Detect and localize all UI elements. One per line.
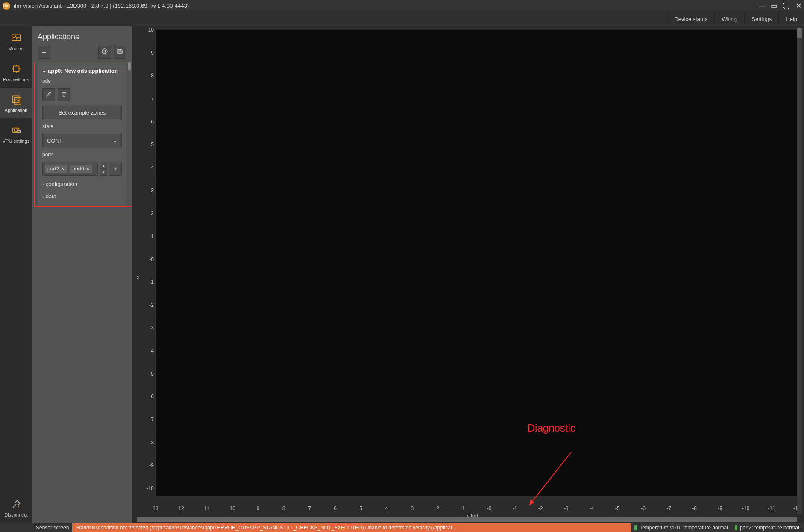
- x-tick: -4: [590, 506, 594, 511]
- remove-port6[interactable]: ✕: [86, 166, 90, 172]
- svg-rect-1: [13, 66, 19, 71]
- nav-port-settings[interactable]: Port settings: [0, 57, 32, 88]
- y-tick: 1: [142, 233, 154, 239]
- x-tick: 10: [230, 506, 235, 511]
- port-settings-icon: [11, 63, 22, 75]
- nav-disconnect[interactable]: Disconnect: [0, 493, 32, 523]
- menu-settings[interactable]: Settings: [744, 12, 778, 26]
- y-tick: -1: [142, 279, 154, 285]
- menu-device-status[interactable]: Device status: [667, 12, 714, 26]
- x-tick: 8: [282, 506, 285, 511]
- x-tick: -5: [615, 506, 620, 511]
- y-tick: -0: [142, 256, 154, 262]
- chevron-right-icon: ›: [42, 194, 44, 199]
- titlebar: ifm ifm Vision Assistant - E3D300 - 2.8.…: [0, 0, 804, 12]
- x-tick: -0: [487, 506, 492, 511]
- plot-canvas[interactable]: [156, 30, 797, 496]
- status-temp-vpu: Temperature VPU: temperature normal: [631, 523, 731, 532]
- x-tick: 9: [257, 506, 260, 511]
- save-button[interactable]: [114, 46, 126, 59]
- state-value: CONF: [47, 138, 63, 144]
- svg-point-7: [102, 49, 107, 54]
- ports-spin-up[interactable]: ▲: [100, 162, 107, 169]
- y-tick: 6: [142, 119, 154, 125]
- status-temp-port2: port2: temperature normal.: [731, 523, 804, 532]
- y-tick: -7: [142, 417, 154, 423]
- status-sensor-screen[interactable]: Sensor screen: [32, 523, 72, 532]
- minimize-button[interactable]: —: [758, 2, 765, 10]
- save-icon: [117, 48, 123, 56]
- nav-monitor[interactable]: Monitor: [0, 26, 32, 57]
- pause-button[interactable]: [98, 46, 111, 59]
- x-tick: 4: [385, 506, 388, 511]
- add-port-button[interactable]: ＋: [109, 162, 122, 176]
- svg-rect-2: [12, 96, 19, 102]
- y-tick: -9: [142, 462, 154, 468]
- x-tick: -1: [513, 506, 517, 511]
- y-tick: -3: [142, 325, 154, 331]
- svg-point-5: [14, 129, 17, 132]
- x-tick: 2: [437, 506, 440, 511]
- x-tick: -9: [718, 506, 722, 511]
- x-tick: 1: [462, 506, 465, 511]
- svg-rect-8: [119, 49, 121, 50]
- x-tick: 6: [334, 506, 337, 511]
- application-icon: [11, 94, 22, 106]
- plus-icon: ＋: [41, 48, 47, 57]
- status-bar: Sensor screen Standstill condition not d…: [0, 523, 804, 532]
- ports-spin-down[interactable]: ▼: [100, 169, 107, 176]
- app0-type-label: ods: [42, 78, 122, 84]
- state-select[interactable]: CONF ⌄: [42, 134, 122, 147]
- add-application-button[interactable]: ＋: [38, 46, 50, 59]
- app0-header[interactable]: ⌄ app0: New ods application: [42, 68, 122, 74]
- state-label: state: [42, 123, 122, 129]
- vertical-scrollbar[interactable]: [797, 28, 802, 514]
- y-tick: 2: [142, 210, 154, 216]
- y-tick: 8: [142, 73, 154, 79]
- chevron-down-icon: ⌄: [42, 68, 46, 73]
- configuration-toggle[interactable]: › configuration: [42, 180, 122, 188]
- app0-title: app0: New ods application: [48, 68, 118, 74]
- window-title: ifm Vision Assistant - E3D300 - 2.8.7.0 …: [14, 3, 189, 9]
- nav-vpu-settings[interactable]: VPU settings: [0, 119, 32, 150]
- x-tick: 7: [308, 506, 311, 511]
- svg-rect-9: [119, 52, 121, 53]
- maximize-button[interactable]: ▭: [771, 2, 777, 10]
- plus-icon: ＋: [112, 165, 119, 173]
- close-button[interactable]: ✕: [796, 2, 801, 10]
- y-tick: 5: [142, 141, 154, 147]
- edit-app-button[interactable]: [42, 88, 55, 101]
- delete-app-button[interactable]: [58, 88, 70, 101]
- y-tick: -10: [142, 485, 154, 491]
- y-tick: -5: [142, 371, 154, 377]
- fullscreen-button[interactable]: ⛶: [783, 2, 790, 10]
- horizontal-scrollbar[interactable]: [137, 517, 797, 522]
- menu-wiring[interactable]: Wiring: [714, 12, 744, 26]
- x-tick: 5: [359, 506, 362, 511]
- pause-icon: [102, 48, 108, 56]
- set-example-zones-button[interactable]: Set example zones: [42, 106, 122, 119]
- data-toggle[interactable]: › data: [42, 192, 122, 200]
- ports-label: ports: [42, 152, 122, 158]
- app0-card: ⌄ app0: New ods application ods Set exam…: [38, 63, 126, 206]
- nav-monitor-label: Monitor: [8, 46, 24, 51]
- app-logo-icon: ifm: [3, 2, 10, 10]
- nav-port-settings-label: Port settings: [3, 77, 29, 82]
- remove-port2[interactable]: ✕: [61, 166, 65, 172]
- menubar: Device status Wiring Settings Help: [0, 12, 804, 26]
- menu-help[interactable]: Help: [778, 12, 804, 26]
- nav-vpu-settings-label: VPU settings: [3, 138, 30, 144]
- y-tick: 4: [142, 165, 154, 170]
- chevron-right-icon: ›: [42, 182, 44, 187]
- x-tick: -8: [692, 506, 697, 511]
- y-tick: -6: [142, 394, 154, 400]
- x-tick: 3: [411, 506, 414, 511]
- chevron-down-icon: ⌄: [113, 138, 117, 144]
- panel-scrollbar-thumb[interactable]: [128, 62, 131, 70]
- status-error[interactable]: Standstill condition not detected (/appl…: [72, 523, 631, 532]
- panel-title: Applications: [38, 32, 126, 41]
- ports-chip-input[interactable]: port2 ✕ port6 ✕: [42, 162, 98, 176]
- port2-chip: port2 ✕: [44, 164, 67, 173]
- nav-application[interactable]: Application: [0, 88, 32, 119]
- x-tick: 11: [204, 506, 209, 511]
